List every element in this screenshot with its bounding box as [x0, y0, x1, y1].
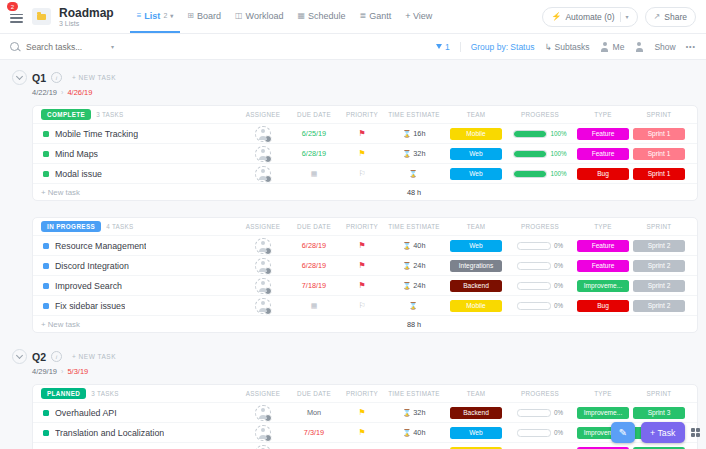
show-button[interactable]: Show [654, 42, 675, 52]
status-badge[interactable]: IN PROGRESS [41, 221, 101, 232]
progress-bar[interactable] [517, 429, 551, 437]
team-chip[interactable]: Backend [450, 280, 502, 292]
sprint-chip[interactable]: Sprint 3 [633, 407, 685, 419]
task-status-bullet[interactable] [43, 131, 49, 137]
sprint-chip[interactable]: Sprint 2 [633, 240, 685, 252]
time-estimate[interactable]: 24h [413, 281, 425, 290]
team-chip[interactable]: Integrations [450, 260, 502, 272]
assignee-avatar-icon[interactable] [255, 258, 271, 274]
team-chip[interactable]: Web [450, 148, 502, 160]
team-chip[interactable]: Web [450, 168, 502, 180]
progress-bar[interactable] [513, 170, 547, 178]
task-status-bullet[interactable] [43, 151, 49, 157]
status-badge[interactable]: PLANNED [41, 388, 86, 399]
team-chip[interactable]: Web [450, 240, 502, 252]
column-header-progress[interactable]: PROGRESS [507, 390, 573, 397]
automate-button[interactable]: ⚡ Automate (0) ▾ [542, 7, 637, 27]
column-header-team[interactable]: TEAM [445, 223, 507, 230]
due-date[interactable]: 6/25/19 [302, 129, 326, 138]
column-header-due-date[interactable]: DUE DATE [287, 390, 341, 397]
column-header-progress[interactable]: PROGRESS [507, 111, 573, 118]
tab-workload[interactable]: ◫ Workload [228, 0, 290, 33]
task-status-bullet[interactable] [43, 283, 49, 289]
time-estimate[interactable]: 40h [413, 241, 425, 250]
column-header-due-date[interactable]: DUE DATE [287, 223, 341, 230]
due-date[interactable]: Mon [307, 408, 321, 417]
chevron-down-icon[interactable]: ▾ [626, 13, 629, 20]
time-estimate[interactable]: 24h [413, 261, 425, 270]
start-date[interactable]: 4/29/19 [32, 367, 57, 376]
assignee-avatar-icon[interactable] [255, 445, 271, 449]
task-status-bullet[interactable] [43, 243, 49, 249]
column-header-assignee[interactable]: ASSIGNEE [239, 223, 287, 230]
calendar-icon[interactable]: ▦ [311, 302, 318, 310]
start-date[interactable]: 4/22/19 [32, 88, 57, 97]
team-chip[interactable]: Web [450, 427, 502, 439]
priority-flag-icon[interactable]: ⚑ [358, 150, 365, 158]
calendar-icon[interactable]: ▦ [311, 170, 318, 178]
task-name[interactable]: Mobile Time Tracking [55, 129, 138, 139]
me-filter-button[interactable]: Me [600, 42, 625, 52]
info-icon[interactable]: i [51, 351, 62, 362]
type-chip[interactable]: Bug [577, 168, 629, 180]
progress-bar[interactable] [517, 242, 551, 250]
due-date[interactable]: 7/3/19 [304, 428, 324, 437]
tab-list[interactable]: ≡ List 2 ▾ [130, 0, 181, 33]
team-chip[interactable]: Mobile [450, 300, 502, 312]
sprint-chip[interactable]: Sprint 2 [633, 260, 685, 272]
info-icon[interactable]: i [51, 72, 62, 83]
due-date[interactable]: 7/18/19 [302, 281, 326, 290]
task-status-bullet[interactable] [43, 430, 49, 436]
column-header-type[interactable]: TYPE [573, 390, 633, 397]
group-by-button[interactable]: Group by: Status [471, 42, 535, 52]
column-header-due-date[interactable]: DUE DATE [287, 111, 341, 118]
new-task-link[interactable]: + NEW TASK [72, 74, 116, 81]
type-chip[interactable]: Improveme... [577, 280, 629, 292]
task-name[interactable]: Resource Management [55, 241, 146, 251]
task-status-bullet[interactable] [43, 410, 49, 416]
task-name[interactable]: Translation and Localization [55, 428, 164, 438]
column-header-time-estimate[interactable]: TIME ESTIMATE [383, 390, 445, 397]
progress-bar[interactable] [517, 262, 551, 270]
tab-board[interactable]: ⊞ Board [180, 0, 228, 33]
task-name[interactable]: Improved Search [55, 281, 122, 291]
priority-flag-icon[interactable]: ⚑ [358, 130, 365, 138]
sprint-chip[interactable]: Sprint 2 [633, 300, 685, 312]
column-header-team[interactable]: TEAM [445, 111, 507, 118]
assignees-icon[interactable] [634, 42, 644, 52]
sprint-chip[interactable]: Sprint 1 [633, 148, 685, 160]
type-chip[interactable]: Bug [577, 300, 629, 312]
time-estimate[interactable]: 16h [413, 129, 425, 138]
tab-schedule[interactable]: ▦ Schedule [290, 0, 352, 33]
task-row[interactable]: Fix sidebar issues ▦ ⚐ ⌛ Mobile 0% Bug S… [33, 295, 697, 315]
task-row[interactable]: Mobile Time Tracking 6/25/19 ⚑ ⌛16h Mobi… [33, 123, 697, 143]
sprint-chip[interactable]: Sprint 1 [633, 128, 685, 140]
task-row[interactable]: Mobile Inbox Jul 5 ⚑ ⌛32h Mobile 0% Feat… [33, 442, 697, 449]
collapse-chevron-icon[interactable] [12, 349, 27, 364]
task-row[interactable]: Resource Management 6/28/19 ⚑ ⌛40h Web 0… [33, 235, 697, 255]
priority-flag-icon[interactable]: ⚐ [358, 302, 365, 310]
task-status-bullet[interactable] [43, 303, 49, 309]
task-status-bullet[interactable] [43, 263, 49, 269]
time-estimate[interactable]: 40h [413, 428, 425, 437]
task-row[interactable]: Translation and Localization 7/3/19 ⚑ ⌛4… [33, 422, 697, 442]
column-header-type[interactable]: TYPE [573, 111, 633, 118]
column-header-sprint[interactable]: SPRINT [633, 111, 685, 118]
add-task-row[interactable]: + New task [41, 188, 239, 197]
assignee-avatar-icon[interactable] [255, 238, 271, 254]
assignee-avatar-icon[interactable] [255, 298, 271, 314]
task-status-bullet[interactable] [43, 171, 49, 177]
priority-flag-icon[interactable]: ⚑ [358, 242, 365, 250]
team-chip[interactable]: Backend [450, 407, 502, 419]
end-date[interactable]: 4/26/19 [67, 88, 92, 97]
more-options-button[interactable]: ••• [686, 43, 696, 50]
column-header-sprint[interactable]: SPRINT [633, 223, 685, 230]
end-date[interactable]: 5/3/19 [67, 367, 88, 376]
time-estimate[interactable]: 32h [413, 408, 425, 417]
sprint-chip[interactable]: Sprint 2 [633, 280, 685, 292]
assignee-avatar-icon[interactable] [255, 146, 271, 162]
task-name[interactable]: Overhauled API [55, 408, 117, 418]
task-row[interactable]: Modal issue ▦ ⚐ ⌛ Web 100% Bug Sprint 1 [33, 163, 697, 183]
assignee-avatar-icon[interactable] [255, 278, 271, 294]
collapse-chevron-icon[interactable] [12, 70, 27, 85]
